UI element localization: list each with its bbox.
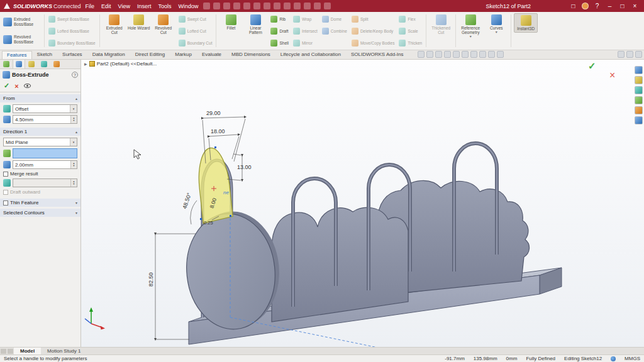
model-canvas[interactable]: 29.00 18.00 13.00 48.50° 8.00 0.25 — [81, 60, 644, 347]
split-button[interactable]: Split — [350, 13, 396, 25]
open-icon[interactable] — [213, 3, 220, 9]
smart-dimension-icon[interactable] — [284, 3, 291, 9]
view-settings-icon[interactable] — [497, 51, 504, 58]
previous-view-icon[interactable] — [435, 51, 442, 58]
boundary-cut-button[interactable]: Boundary Cut — [177, 37, 214, 48]
rebuild-icon[interactable] — [304, 3, 311, 9]
options-icon[interactable] — [324, 3, 331, 9]
tab-markup[interactable]: Markup — [170, 50, 197, 59]
tab-solidworks-add-ins[interactable]: SOLIDWORKS Add-Ins — [346, 50, 409, 59]
splitter-icon[interactable] — [8, 349, 13, 354]
float-pane-icon[interactable] — [626, 51, 633, 58]
save-icon[interactable] — [223, 3, 230, 9]
lofted-boss-base-button[interactable]: Lofted Boss/Base — [47, 25, 97, 36]
shell-button[interactable]: Shell — [269, 37, 289, 48]
dome-button[interactable]: Dome — [321, 13, 348, 25]
undo-icon[interactable] — [243, 3, 250, 9]
menu-tools[interactable]: Tools — [155, 3, 174, 9]
close-pane-icon[interactable] — [635, 51, 642, 58]
zoom-fit-icon[interactable] — [418, 51, 425, 58]
hide-show-items-icon[interactable] — [470, 51, 477, 58]
draft-button[interactable]: Draft — [269, 25, 289, 36]
preview-eye-icon[interactable] — [24, 84, 31, 88]
offset-distance-input[interactable]: 4.50mm▴▾ — [13, 115, 77, 124]
draft-angle-input[interactable]: ▴▾ — [13, 178, 77, 187]
extruded-boss-base-button[interactable]: Extruded Boss/Base — [3, 13, 42, 30]
tab-surfaces[interactable]: Surfaces — [57, 50, 87, 59]
curves-button[interactable]: Curves▾ — [484, 13, 508, 36]
configurationmanager-tab[interactable] — [25, 60, 38, 69]
depth-input[interactable]: 2.00mm▴▾ — [13, 160, 77, 169]
cancel-button[interactable]: × — [14, 82, 18, 90]
file-properties-icon[interactable] — [314, 3, 321, 9]
hole-wizard-button[interactable]: Hole Wizard — [127, 13, 151, 36]
dimxpertmanager-tab[interactable] — [38, 60, 50, 69]
cancel-sketch-button[interactable]: × — [609, 70, 615, 81]
ok-button[interactable]: ✓ — [4, 82, 9, 90]
tab-mbd-dimensions[interactable]: MBD Dimensions — [226, 50, 275, 59]
thickened-cut-button[interactable]: Thickened Cut — [429, 13, 453, 36]
revolved-boss-base-button[interactable]: Revolved Boss/Base — [3, 31, 42, 48]
appearances-scenes-icon[interactable] — [635, 106, 643, 114]
help-icon[interactable]: ? — [592, 3, 602, 9]
sketch-icon[interactable] — [274, 3, 280, 9]
design-library-icon[interactable] — [635, 76, 643, 84]
tab-features[interactable]: Features — [2, 51, 32, 59]
reverse-direction-icon[interactable] — [3, 150, 11, 157]
reference-geometry-button[interactable]: Reference Geometry▾ — [458, 13, 482, 40]
menu-insert[interactable]: Insert — [135, 3, 154, 9]
graphics-area[interactable]: 29.00 18.00 13.00 48.50° 8.00 0.25 — [81, 60, 644, 347]
expander-icon[interactable]: ▶ — [84, 62, 87, 66]
combine-button[interactable]: Combine — [321, 25, 348, 36]
flex-button[interactable]: Flex — [397, 13, 423, 25]
tab-direct-editing[interactable]: Direct Editing — [130, 50, 170, 59]
section-view-icon[interactable] — [444, 51, 451, 58]
swept-boss-base-button[interactable]: Swept Boss/Base — [47, 13, 97, 25]
apply-scene-icon[interactable] — [488, 51, 495, 58]
swept-cut-button[interactable]: Swept Cut — [177, 13, 214, 25]
scale-button[interactable]: Scale — [397, 25, 423, 36]
menu-file[interactable]: File — [83, 3, 97, 9]
tab-lifecycle-and-collaboration[interactable]: Lifecycle and Collaboration — [275, 50, 346, 59]
featuremanager-tree-tab[interactable] — [0, 60, 13, 69]
delete-keep-body-button[interactable]: Delete/Keep Body — [350, 25, 396, 36]
tab-model[interactable]: Model — [14, 348, 41, 354]
draft-outward-checkbox[interactable] — [3, 190, 8, 195]
print-icon[interactable] — [233, 3, 240, 9]
confirm-sketch-button[interactable]: ✓ — [588, 60, 596, 72]
splitter-icon[interactable] — [1, 349, 6, 354]
zoom-area-icon[interactable] — [426, 51, 433, 58]
wrap-button[interactable]: Wrap — [292, 13, 319, 25]
propertymanager-tab[interactable] — [13, 60, 25, 69]
rib-button[interactable]: Rib — [269, 13, 289, 25]
instant3d-button[interactable]: Instant3D — [514, 13, 538, 33]
revolved-cut-button[interactable]: Revolved Cut — [152, 13, 175, 36]
tab-sketch[interactable]: Sketch — [32, 50, 57, 59]
selected-contours-section-header[interactable]: Selected Contours ▾ — [0, 209, 80, 217]
fillet-button[interactable]: Fillet — [219, 13, 243, 36]
thicken-button[interactable]: Thicken — [397, 37, 423, 48]
measure-icon[interactable] — [294, 3, 301, 9]
end-condition-select[interactable]: Mid Plane▾ — [3, 138, 77, 146]
home-icon[interactable] — [635, 66, 643, 74]
menu-edit[interactable]: Edit — [99, 3, 114, 9]
pane-display-icon[interactable] — [618, 51, 625, 58]
web-help-icon[interactable] — [611, 356, 616, 361]
select-icon[interactable] — [264, 3, 270, 9]
custom-properties-icon[interactable] — [635, 116, 643, 124]
tab-motion-study-1[interactable]: Motion Study 1 — [41, 348, 87, 354]
edit-appearance-icon[interactable] — [479, 51, 486, 58]
user-avatar[interactable] — [582, 3, 589, 9]
intersect-button[interactable]: Intersect — [292, 25, 319, 36]
close-button[interactable]: × — [630, 3, 640, 9]
pm-help-icon[interactable]: ? — [72, 72, 78, 78]
new-icon[interactable] — [203, 3, 210, 9]
from-section-header[interactable]: From ▴ — [0, 94, 80, 102]
linear-pattern-button[interactable]: Linear Pattern — [243, 13, 267, 36]
boundary-boss-base-button[interactable]: Boundary Boss/Base — [47, 37, 97, 48]
displaymanager-tab[interactable] — [50, 60, 63, 69]
minimize-button[interactable]: – — [604, 3, 615, 9]
move-copy-bodies-button[interactable]: Move/Copy Bodies — [350, 37, 396, 48]
direction1-section-header[interactable]: Direction 1 ▴ — [0, 128, 80, 136]
tab-data-migration[interactable]: Data Migration — [87, 50, 130, 59]
